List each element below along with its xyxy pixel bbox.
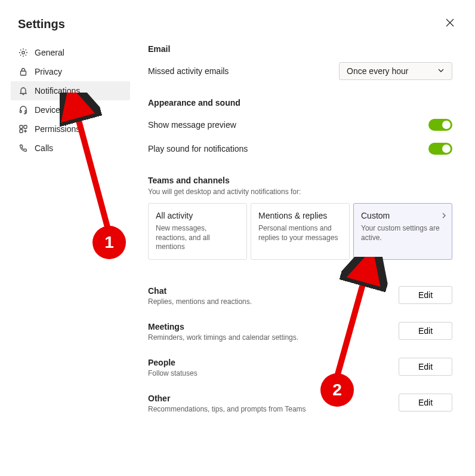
appearance-section: Appearance and sound Show message previe…	[148, 98, 452, 158]
card-all-activity[interactable]: All activity New messages, reactions, an…	[148, 203, 247, 260]
chat-section: Chat Replies, mentions and reactions. Ed…	[148, 278, 452, 314]
gear-icon	[18, 47, 29, 58]
annotation-badge-2: 2	[320, 373, 354, 407]
close-icon	[446, 19, 454, 29]
sidebar-item-calls[interactable]: Calls	[11, 139, 130, 158]
page-title: Settings	[18, 17, 65, 31]
sidebar-item-label: Devices	[35, 105, 64, 115]
phone-icon	[18, 143, 29, 153]
meetings-edit-button[interactable]: Edit	[399, 322, 452, 340]
close-button[interactable]	[443, 17, 457, 31]
appearance-title: Appearance and sound	[148, 98, 452, 108]
card-desc: Your custom settings are active.	[361, 224, 445, 242]
card-title: Custom	[361, 211, 445, 220]
bell-icon	[18, 85, 29, 96]
teams-subtitle: You will get desktop and activity notifi…	[148, 188, 452, 196]
svg-rect-5	[24, 125, 27, 128]
email-section: Email Missed activity emails Once every …	[148, 44, 452, 80]
other-edit-button[interactable]: Edit	[399, 394, 452, 411]
apps-icon	[18, 124, 29, 134]
people-desc: Follow statuses	[148, 369, 198, 377]
card-desc: Personal mentions and replies to your me…	[258, 224, 342, 242]
preview-label: Show message preview	[148, 120, 236, 130]
sidebar-item-label: Notifications	[35, 86, 80, 96]
teams-title: Teams and channels	[148, 176, 452, 185]
sidebar-item-permissions[interactable]: Permissions	[11, 119, 130, 139]
people-edit-button[interactable]: Edit	[399, 358, 452, 376]
sidebar-item-label: Permissions	[35, 124, 80, 134]
other-title: Other	[148, 394, 306, 403]
preview-toggle[interactable]	[428, 119, 452, 131]
chat-desc: Replies, mentions and reactions.	[148, 297, 252, 306]
sidebar-item-label: Privacy	[35, 67, 62, 76]
card-title: Mentions & replies	[258, 211, 342, 220]
svg-rect-3	[25, 110, 27, 113]
missed-emails-value: Once every hour	[347, 66, 409, 76]
sidebar-item-notifications[interactable]: Notifications	[11, 81, 130, 100]
meetings-title: Meetings	[148, 322, 298, 331]
lock-icon	[18, 66, 29, 77]
other-section: Other Recommendations, tips, and prompts…	[148, 385, 452, 421]
chevron-right-icon	[441, 212, 447, 220]
sound-label: Play sound for notifications	[148, 144, 248, 153]
email-title: Email	[148, 44, 452, 54]
chevron-down-icon	[437, 66, 445, 76]
main-content: Email Missed activity emails Once every …	[130, 43, 464, 433]
chat-edit-button[interactable]: Edit	[399, 286, 452, 304]
meetings-section: Meetings Reminders, work timings and cal…	[148, 314, 452, 349]
sidebar-item-privacy[interactable]: Privacy	[11, 62, 130, 81]
sidebar-item-general[interactable]: General	[11, 43, 130, 62]
sound-toggle[interactable]	[428, 143, 452, 155]
sidebar-item-devices[interactable]: Devices	[11, 100, 130, 119]
card-title: All activity	[156, 211, 239, 220]
svg-rect-1	[21, 71, 26, 75]
missed-emails-label: Missed activity emails	[148, 66, 229, 76]
svg-point-0	[22, 51, 24, 54]
svg-rect-2	[20, 110, 22, 113]
svg-rect-6	[20, 130, 23, 133]
card-custom[interactable]: Custom Your custom settings are active.	[353, 203, 452, 260]
card-mentions-replies[interactable]: Mentions & replies Personal mentions and…	[251, 203, 350, 260]
sidebar-item-label: Calls	[35, 143, 53, 153]
chat-title: Chat	[148, 286, 252, 296]
other-desc: Recommendations, tips, and prompts from …	[148, 405, 306, 413]
svg-rect-4	[20, 125, 23, 128]
missed-emails-select[interactable]: Once every hour	[339, 62, 452, 80]
people-section: People Follow statuses Edit	[148, 349, 452, 385]
people-title: People	[148, 358, 198, 367]
sidebar-item-label: General	[35, 48, 64, 57]
headset-icon	[18, 105, 29, 115]
teams-section: Teams and channels You will get desktop …	[148, 176, 452, 260]
annotation-badge-1: 1	[92, 226, 126, 259]
meetings-desc: Reminders, work timings and calendar set…	[148, 333, 298, 342]
card-desc: New messages, reactions, and all mention…	[156, 224, 239, 252]
